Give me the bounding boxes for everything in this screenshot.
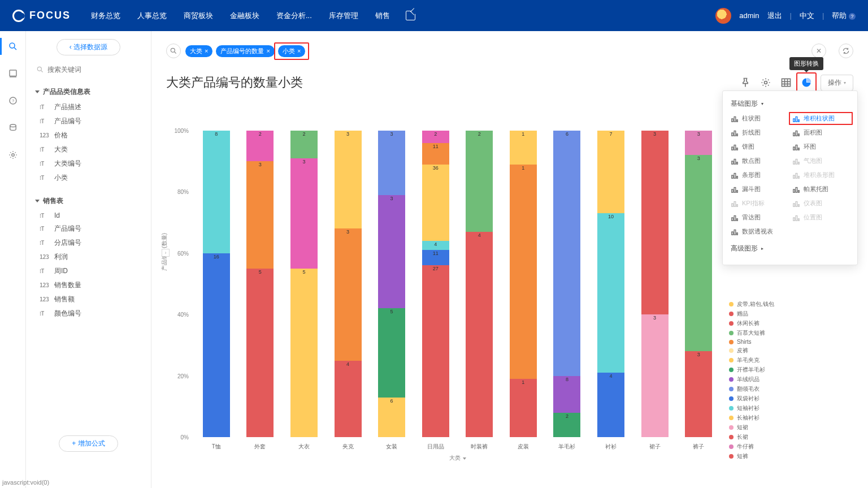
field-item[interactable]: ⁝TId xyxy=(33,209,144,222)
bar-segment[interactable]: 3 xyxy=(335,228,362,360)
bar-segment[interactable]: 2 xyxy=(466,131,493,232)
bar-segment[interactable]: 3 xyxy=(246,161,274,269)
x-axis-label[interactable]: 大类 xyxy=(194,454,721,462)
bar-column[interactable]: 111 xyxy=(510,131,537,437)
chart-type-option[interactable]: 条形图 xyxy=(731,171,788,179)
chip-remove-icon[interactable]: × xyxy=(205,47,208,54)
query-chip[interactable]: 大类× xyxy=(185,45,212,57)
add-formula-button[interactable]: + 增加公式 xyxy=(59,435,118,452)
field-item[interactable]: 123利润 xyxy=(33,250,144,264)
select-datasource-button[interactable]: ‹ 选择数据源 xyxy=(57,39,120,55)
chart-type-option[interactable]: 饼图 xyxy=(731,142,788,151)
operate-button[interactable]: 操作▾ xyxy=(821,75,853,91)
bar-segment[interactable]: 11 xyxy=(422,143,449,165)
bar-segment[interactable]: 3 xyxy=(685,131,712,155)
bar-segment[interactable]: 5 xyxy=(378,308,405,397)
bar-segment[interactable]: 6 xyxy=(553,131,580,376)
rail-help-icon[interactable]: ? xyxy=(7,94,19,107)
bar-column[interactable]: 2711436112 xyxy=(422,131,449,437)
field-search[interactable] xyxy=(33,63,144,76)
query-search-icon[interactable] xyxy=(166,44,181,58)
legend-item[interactable]: 短袖衬衫 xyxy=(729,404,853,412)
nav-item[interactable]: 商贸板块 xyxy=(184,11,213,21)
chart-type-option[interactable]: 环图 xyxy=(792,142,849,151)
legend-item[interactable]: 皮带,箱包,钱包 xyxy=(729,300,853,308)
clear-query-icon[interactable]: ✕ xyxy=(811,44,826,58)
legend-item[interactable]: 短裤 xyxy=(729,452,853,460)
chart-type-option[interactable]: 帕累托图 xyxy=(792,185,849,193)
field-item[interactable]: ⁝T产品编号 xyxy=(33,222,144,236)
nav-item[interactable]: 库存管理 xyxy=(329,11,358,21)
avatar[interactable] xyxy=(715,8,731,24)
bar-segment[interactable]: 5 xyxy=(290,269,318,437)
legend-item[interactable]: 翻领毛衣 xyxy=(729,385,853,393)
bar-segment[interactable]: 3 xyxy=(290,158,318,269)
nav-item[interactable]: 人事总览 xyxy=(137,11,167,21)
legend-item[interactable]: 百慕大短裤 xyxy=(729,329,853,337)
nav-item[interactable]: 销售 xyxy=(375,11,390,21)
bar-segment[interactable]: 7 xyxy=(597,131,624,213)
legend-item[interactable]: 皮裤 xyxy=(729,347,853,355)
pin-icon[interactable] xyxy=(739,76,752,89)
bar-column[interactable]: 42 xyxy=(466,131,493,437)
help-link[interactable]: 帮助 ? xyxy=(832,11,856,21)
rail-search-icon[interactable] xyxy=(7,40,19,53)
nav-item[interactable]: 金融板块 xyxy=(230,11,259,21)
field-item[interactable]: ⁝T分店编号 xyxy=(33,236,144,250)
user-name[interactable]: admin xyxy=(739,11,759,20)
field-item[interactable]: ⁝T产品描述 xyxy=(33,100,144,114)
chart-type-option[interactable]: 数据透视表 xyxy=(731,227,788,236)
popover-adv-title[interactable]: 高级图形 ▸ xyxy=(731,244,849,253)
bar-segment[interactable]: 3 xyxy=(641,314,669,437)
bar-column[interactable]: 532 xyxy=(290,131,318,437)
bar-segment[interactable]: 6 xyxy=(378,398,405,437)
bar-segment[interactable]: 3 xyxy=(685,155,712,351)
bar-column[interactable]: 33 xyxy=(641,131,669,437)
legend-item[interactable]: 双袋衬衫 xyxy=(729,395,853,403)
bar-segment[interactable]: 4 xyxy=(335,361,362,438)
chip-remove-icon[interactable]: × xyxy=(266,47,270,54)
chart-type-option[interactable]: 雷达图 xyxy=(731,213,788,222)
chip-remove-icon[interactable]: × xyxy=(297,47,301,54)
rail-dashboard-icon[interactable] xyxy=(7,67,19,80)
nav-item[interactable]: 资金分析... xyxy=(276,11,312,21)
settings-icon[interactable] xyxy=(760,76,772,89)
bar-column[interactable]: 168 xyxy=(203,131,230,437)
field-item[interactable]: ⁝T产品编号 xyxy=(33,114,144,128)
field-item[interactable]: ⁝T小类 xyxy=(33,171,144,185)
rail-settings-icon[interactable] xyxy=(7,149,19,161)
bar-segment[interactable]: 2 xyxy=(290,131,318,158)
field-item[interactable]: 123销售额 xyxy=(33,292,144,306)
bar-column[interactable]: 532 xyxy=(246,131,274,437)
legend-item[interactable]: Shirts xyxy=(729,339,853,345)
bar-segment[interactable]: 2 xyxy=(553,413,580,437)
bar-column[interactable]: 286 xyxy=(553,131,580,437)
refresh-icon[interactable] xyxy=(839,44,853,58)
bar-segment[interactable]: 3 xyxy=(335,131,362,228)
bar-column[interactable]: 433 xyxy=(335,131,362,437)
field-item[interactable]: ⁝T大类编号 xyxy=(33,157,144,171)
legend-item[interactable]: 羊绒织品 xyxy=(729,375,853,383)
chart-type-option[interactable]: 散点图 xyxy=(731,157,788,165)
legend-item[interactable]: 牛仔裤 xyxy=(729,443,853,451)
field-item[interactable]: 123价格 xyxy=(33,128,144,142)
bar-segment[interactable]: 3 xyxy=(685,351,712,437)
field-item[interactable]: ⁝T周ID xyxy=(33,264,144,278)
field-item[interactable]: 123销售数量 xyxy=(33,278,144,292)
chart-type-option[interactable]: 面积图 xyxy=(792,128,849,137)
legend-item[interactable]: 开襟羊毛衫 xyxy=(729,366,853,374)
query-chip[interactable]: 小类× xyxy=(278,45,305,57)
legend-item[interactable]: 长袖衬衫 xyxy=(729,414,853,422)
group-header-sales[interactable]: 销售表 xyxy=(33,193,144,209)
expand-sidebar-icon[interactable]: › xyxy=(162,249,170,257)
bar-segment[interactable]: 1 xyxy=(510,165,537,379)
edit-nav-icon[interactable] xyxy=(406,11,415,20)
bar-segment[interactable]: 4 xyxy=(422,241,449,250)
lang-link[interactable]: 中文 xyxy=(800,11,814,21)
field-search-input[interactable] xyxy=(47,66,141,74)
legend-item[interactable]: 羊毛夹克 xyxy=(729,356,853,364)
bar-segment[interactable]: 2 xyxy=(246,131,274,161)
bar-segment[interactable]: 1 xyxy=(510,131,537,165)
logout-link[interactable]: 退出 xyxy=(767,11,782,21)
bar-column[interactable]: 6533 xyxy=(378,131,405,437)
